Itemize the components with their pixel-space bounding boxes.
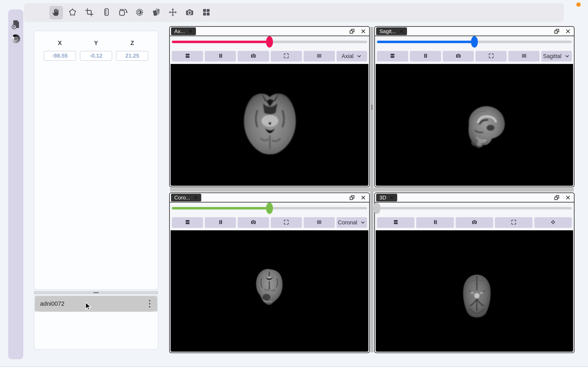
slider-fill	[172, 41, 269, 43]
reorient-tool-button[interactable]	[116, 6, 130, 19]
fullscreen-button[interactable]	[475, 51, 507, 61]
pan-tool-button[interactable]	[50, 6, 63, 19]
axial-viewer-window: Ax... Axial	[169, 26, 370, 187]
threed-titlebar[interactable]: 3D	[375, 193, 574, 202]
tab-label: Coro...	[174, 194, 190, 201]
threed-slider[interactable]	[377, 205, 572, 211]
viewer-horizontal-splitter[interactable]	[170, 188, 574, 192]
coronal-titlebar[interactable]: Coro...	[170, 193, 369, 202]
slider-fill	[377, 41, 474, 43]
screenshot-tool-button[interactable]	[183, 6, 196, 19]
slider-handle[interactable]	[266, 36, 273, 48]
snapshot-button[interactable]	[238, 51, 269, 61]
kebab-menu-icon[interactable]	[147, 298, 152, 309]
fullscreen-icon	[283, 219, 289, 226]
close-window-icon[interactable]	[565, 195, 571, 200]
layout-rows-button[interactable]	[377, 51, 408, 61]
y-label: Y	[80, 40, 112, 46]
close-window-icon[interactable]	[361, 29, 366, 34]
float-window-icon[interactable]	[554, 28, 560, 34]
snapshot-button[interactable]	[443, 51, 474, 61]
close-window-icon[interactable]	[361, 195, 366, 200]
recording-indicator-dot	[576, 2, 581, 7]
tab-close-icon[interactable]	[193, 195, 198, 200]
orientation-dropdown[interactable]: Sagittal	[541, 51, 572, 61]
tab-label: Sagit...	[379, 28, 396, 34]
layout-rows-button[interactable]	[377, 217, 414, 228]
orientation-dropdown[interactable]: Axial	[337, 51, 367, 61]
chevron-down-icon	[360, 220, 366, 225]
slider-handle[interactable]	[471, 36, 478, 48]
coronal-viewer-window: Coro... Coronal	[169, 192, 370, 353]
fullscreen-button[interactable]	[495, 217, 532, 228]
fullscreen-button[interactable]	[271, 51, 302, 61]
slider-handle[interactable]	[373, 202, 381, 214]
sagittal-viewport[interactable]	[376, 64, 573, 186]
sagittal-slice-slider[interactable]	[377, 39, 572, 45]
x-coordinate-field[interactable]: -98.55	[44, 51, 76, 61]
float-window-icon[interactable]	[349, 195, 355, 200]
pause-button[interactable]	[410, 51, 441, 61]
fullscreen-button[interactable]	[271, 217, 302, 228]
polygon-tool-button[interactable]	[66, 6, 79, 19]
layout-tool-button[interactable]	[200, 6, 213, 19]
render-mode-button[interactable]	[534, 217, 572, 228]
left-panel-splitter[interactable]	[34, 291, 158, 294]
load-file-button[interactable]	[11, 20, 21, 30]
layout-rows-button[interactable]	[172, 217, 203, 228]
threed-viewport[interactable]	[376, 230, 573, 352]
camera-icon	[455, 53, 461, 60]
snapshot-button[interactable]	[455, 217, 493, 228]
coronal-slice-slider[interactable]	[172, 205, 367, 211]
pause-icon	[217, 219, 224, 226]
tab-label: 3D	[379, 194, 386, 201]
colormap-button[interactable]	[11, 34, 21, 44]
intensity-lines-button[interactable]	[304, 217, 335, 228]
intensity-lines-button[interactable]	[304, 51, 335, 61]
threed-viewer-window: 3D	[374, 192, 574, 353]
tab-label: Ax...	[174, 28, 185, 34]
layout-rows-button[interactable]	[172, 51, 203, 61]
axial-viewport[interactable]	[171, 64, 368, 186]
snapshot-button[interactable]	[238, 217, 269, 228]
application-window: X -98.55 Y -0.12 Z 21.25 adni0072	[0, 0, 588, 367]
intensity-lines-button[interactable]	[508, 51, 539, 61]
tab-close-icon[interactable]	[399, 29, 404, 33]
crosshair-tool-button[interactable]	[166, 6, 180, 19]
tab-close-icon[interactable]	[389, 195, 394, 200]
coronal-tab[interactable]: Coro...	[171, 194, 201, 201]
pause-button[interactable]	[416, 217, 454, 228]
camera-icon	[250, 219, 257, 226]
coronal-viewport[interactable]	[171, 230, 368, 352]
float-window-icon[interactable]	[554, 195, 560, 200]
orientation-dropdown[interactable]: Coronal	[337, 217, 367, 228]
ruler-tool-button[interactable]	[99, 6, 113, 19]
layout-rows-icon	[184, 219, 190, 226]
camera-icon	[471, 219, 478, 226]
pause-button[interactable]	[205, 217, 236, 228]
contrast-icon	[135, 8, 144, 17]
sagittal-tab[interactable]: Sagit...	[376, 27, 407, 35]
y-coordinate-field[interactable]: -0.12	[80, 51, 112, 61]
close-window-icon[interactable]	[565, 29, 571, 34]
axial-titlebar[interactable]: Ax...	[170, 27, 369, 36]
layout-rows-icon	[393, 219, 399, 226]
axial-tab[interactable]: Ax...	[171, 27, 196, 35]
slider-track[interactable]	[377, 207, 572, 209]
axial-slice-slider[interactable]	[172, 39, 367, 45]
list-item[interactable]: adni0072	[35, 296, 157, 311]
float-window-icon[interactable]	[349, 28, 355, 34]
crosshair-icon	[169, 8, 177, 17]
sagittal-titlebar[interactable]: Sagit...	[375, 27, 574, 36]
pause-button[interactable]	[205, 51, 236, 61]
contrast-tool-button[interactable]	[133, 6, 146, 19]
z-coordinate-field[interactable]: 21.25	[116, 51, 148, 61]
slider-handle[interactable]	[266, 202, 273, 214]
threed-tab[interactable]: 3D	[376, 194, 397, 201]
crop-tool-button[interactable]	[83, 6, 96, 19]
pause-icon	[422, 53, 428, 60]
fullscreen-icon	[511, 219, 517, 226]
layers-tool-button[interactable]	[149, 6, 163, 19]
tab-close-icon[interactable]	[188, 29, 193, 33]
camera-icon	[185, 8, 194, 17]
